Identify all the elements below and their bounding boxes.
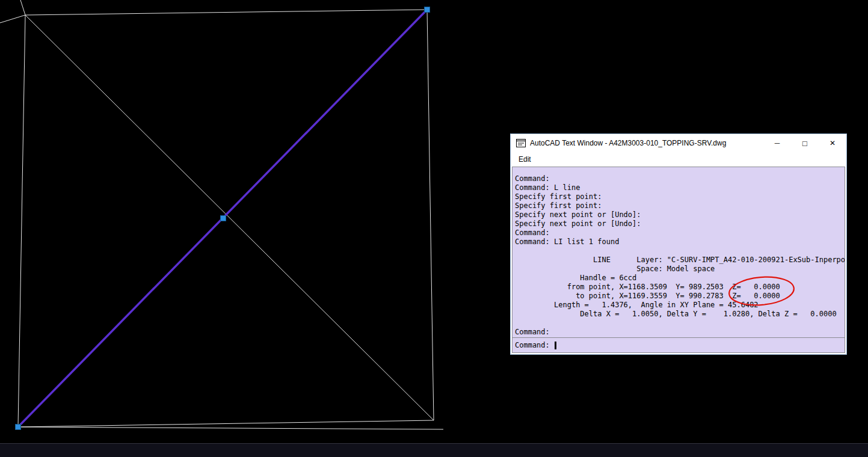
- terminal-line: Specify next point or [Undo]:: [515, 210, 842, 219]
- grip-point[interactable]: [16, 425, 21, 430]
- maximize-icon[interactable]: □: [791, 134, 819, 152]
- terminal-line: Command:: [515, 328, 842, 337]
- terminal-line: Command:: [515, 174, 842, 183]
- wireframe-lines[interactable]: [0, 0, 443, 429]
- terminal-line: Specify first point:: [515, 201, 842, 210]
- terminal-line: Specify next point or [Undo]:: [515, 219, 842, 228]
- window-title: AutoCAD Text Window - A42M3003-010_TOPPI…: [530, 139, 763, 147]
- terminal-line: from point, X=1168.3509 Y= 989.2503 Z= 0…: [515, 283, 842, 292]
- text-window-icon: [516, 139, 526, 147]
- terminal-line: Length = 1.4376, Angle in XY Plane = 45.…: [515, 301, 842, 310]
- terminal-line: Command:: [515, 228, 842, 238]
- text-window-client: Command:Command: L lineSpecify first poi…: [511, 166, 846, 354]
- menu-bar: Edit: [511, 152, 846, 166]
- terminal-line: Command: L line: [515, 183, 842, 192]
- autocad-app: AutoCAD Text Window - A42M3003-010_TOPPI…: [0, 0, 868, 457]
- terminal-line: Delta X = 1.0050, Delta Y = 1.0280, Delt…: [515, 310, 842, 319]
- autocad-text-window: AutoCAD Text Window - A42M3003-010_TOPPI…: [510, 133, 847, 355]
- window-titlebar[interactable]: AutoCAD Text Window - A42M3003-010_TOPPI…: [511, 134, 846, 152]
- menu-item-edit[interactable]: Edit: [516, 154, 534, 165]
- minimize-icon[interactable]: ─: [763, 134, 791, 152]
- terminal-line: Command: LI list 1 found: [515, 238, 842, 247]
- grip-point[interactable]: [425, 7, 430, 13]
- command-input[interactable]: Command:: [512, 338, 845, 352]
- terminal-line: [515, 247, 842, 256]
- grip-point[interactable]: [221, 216, 226, 221]
- terminal-line: Handle = 6ccd: [515, 274, 842, 283]
- terminal-panel: Command:Command: L lineSpecify first poi…: [512, 167, 845, 353]
- close-icon[interactable]: ✕: [819, 134, 846, 152]
- terminal-line: Space: Model space: [515, 265, 842, 274]
- command-prompt: Command:: [515, 341, 554, 349]
- window-controls: ─ □ ✕: [763, 134, 846, 152]
- text-cursor: [555, 342, 556, 349]
- terminal-line: Specify first point:: [515, 192, 842, 201]
- terminal-line: to point, X=1169.3559 Y= 990.2783 Z= 0.0…: [515, 292, 842, 301]
- command-bar-strip: [0, 443, 868, 457]
- terminal-line: [515, 319, 842, 328]
- command-history[interactable]: Command:Command: L lineSpecify first poi…: [512, 167, 845, 338]
- terminal-line: LINE Layer: "C-SURV-IMPT_A42-010-200921-…: [515, 256, 842, 265]
